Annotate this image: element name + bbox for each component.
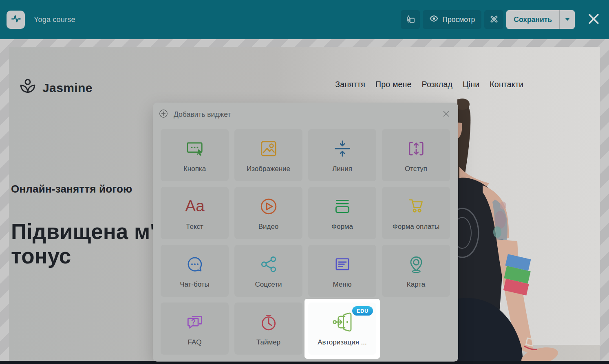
widget-cell-form[interactable]: Форма: [308, 187, 376, 239]
editor-close-button[interactable]: [585, 12, 602, 27]
widget-cell-faq[interactable]: ?FAQ: [161, 303, 229, 355]
site-logo: Jasmine: [18, 77, 93, 99]
hero-heading-line2: тонус: [11, 244, 168, 268]
timer-icon: [257, 309, 280, 335]
caret-down-icon: [565, 18, 569, 21]
save-dropdown-button[interactable]: [559, 10, 575, 29]
line-icon: [331, 136, 354, 162]
project-title: Yoga course: [34, 15, 75, 24]
nav-link-3[interactable]: Ціни: [463, 80, 479, 89]
spacing-icon: [405, 136, 428, 162]
nav-link-1[interactable]: Про мене: [375, 80, 412, 89]
widget-label: Линия: [332, 165, 352, 173]
widget-cell-line[interactable]: Линия: [308, 129, 376, 181]
eye-icon: [429, 14, 439, 25]
widget-label: Текст: [186, 223, 203, 231]
chatbot-icon: [183, 251, 206, 277]
menu-icon: [331, 251, 354, 277]
design-settings-button[interactable]: [401, 10, 420, 29]
widget-cell-image[interactable]: Изображение: [234, 129, 302, 181]
hero-photo-person: [457, 98, 600, 364]
editor-logo[interactable]: [7, 11, 25, 29]
video-icon: [257, 193, 280, 219]
close-icon: [587, 13, 600, 26]
widget-label: Авторизация ...: [318, 338, 367, 346]
widget-cell-menu[interactable]: Меню: [308, 245, 376, 297]
highlighted-widget-spotlight: EDU Авторизация ...: [304, 299, 380, 359]
topbar-actions: Просмотр Сохранить: [401, 10, 602, 29]
widget-label: Чат-боты: [180, 281, 210, 289]
widget-cell-payment-cart[interactable]: Форма оплаты: [382, 187, 450, 239]
add-widget-modal-title: Добавить виджет: [174, 110, 231, 119]
text-icon: Aa: [183, 193, 206, 219]
map-pin-icon: [405, 251, 428, 277]
pulse-icon: [10, 13, 22, 26]
widget-label: Изображение: [247, 165, 290, 173]
design-tools-icon: [489, 14, 499, 26]
login-icon: [331, 309, 354, 335]
hero-kicker: Онлайн-заняття йогою: [11, 183, 132, 195]
widget-label: Меню: [333, 281, 352, 289]
widget-label: FAQ: [188, 338, 201, 346]
image-icon: [257, 136, 280, 162]
widget-label: Видео: [258, 223, 279, 231]
edu-badge: EDU: [352, 306, 373, 316]
hero-heading: Підвищена м'я тонус: [11, 219, 168, 268]
editor-topbar: Yoga course Просмотр: [0, 0, 609, 39]
widget-cell-chatbot[interactable]: Чат-боты: [161, 245, 229, 297]
widget-cell-text[interactable]: AaТекст: [161, 187, 229, 239]
faq-icon: ?: [183, 309, 206, 335]
widget-cell-video[interactable]: Видео: [234, 187, 302, 239]
design-tools-button[interactable]: [484, 10, 503, 29]
button-icon: [183, 136, 206, 162]
nav-link-4[interactable]: Контакти: [490, 80, 523, 89]
widget-label: Таймер: [256, 338, 280, 346]
svg-text:?: ?: [191, 318, 195, 326]
save-button[interactable]: Сохранить: [506, 10, 559, 29]
plus-circle-icon: [159, 109, 168, 120]
widget-cell-map-pin[interactable]: Карта: [382, 245, 450, 297]
widget-label: Кнопка: [183, 165, 206, 173]
modal-close-button[interactable]: [442, 110, 450, 119]
site-nav: ЗаняттяПро менеРозкладЦіниКонтакти: [335, 80, 523, 89]
hero-heading-line1: Підвищена м'я: [11, 219, 168, 244]
preview-button[interactable]: Просмотр: [423, 10, 481, 29]
close-icon: [442, 110, 450, 119]
svg-text:Aa: Aa: [185, 197, 205, 215]
payment-cart-icon: [405, 193, 428, 219]
widget-label: Соцсети: [255, 281, 282, 289]
widget-cell-timer[interactable]: Таймер: [234, 303, 302, 355]
widget-label: Форма: [331, 223, 353, 231]
site-logo-text: Jasmine: [42, 81, 93, 95]
social-share-icon: [257, 251, 280, 277]
flower-logo-icon: [18, 77, 38, 99]
nav-link-2[interactable]: Розклад: [422, 80, 452, 89]
widget-label: Форма оплаты: [393, 223, 439, 231]
widget-cell-social-share[interactable]: Соцсети: [234, 245, 302, 297]
form-icon: [331, 193, 354, 219]
widget-cell-login[interactable]: EDU Авторизация ...: [308, 303, 376, 355]
widget-label: Отступ: [405, 165, 427, 173]
widget-cell-button[interactable]: Кнопка: [161, 129, 229, 181]
widget-label: Карта: [407, 281, 426, 289]
nav-link-0[interactable]: Заняття: [335, 80, 365, 89]
save-button-group: Сохранить: [506, 10, 575, 29]
design-brush-icon: [405, 14, 416, 26]
preview-label: Просмотр: [442, 15, 475, 24]
site-header: Jasmine ЗаняттяПро менеРозкладЦіниКонтак…: [9, 77, 600, 99]
add-widget-modal-header: Добавить виджет: [153, 103, 458, 124]
widget-cell-spacing[interactable]: Отступ: [382, 129, 450, 181]
